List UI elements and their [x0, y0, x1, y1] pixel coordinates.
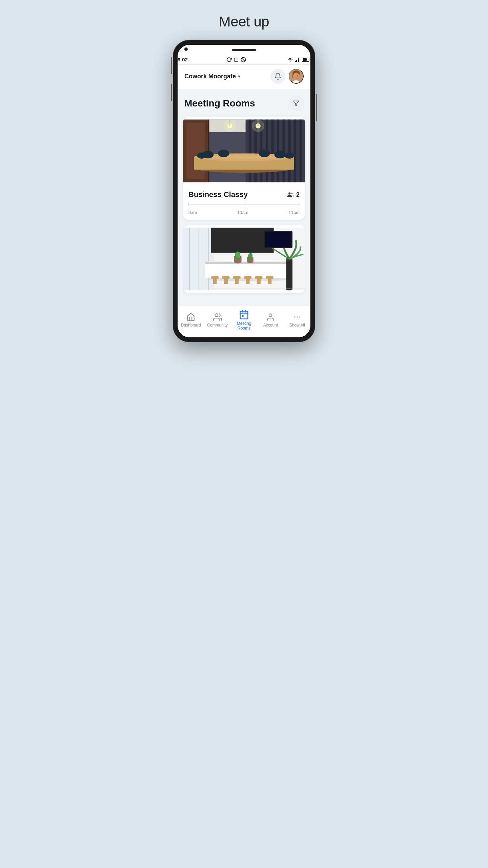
location-name: Cowork Moorgate	[184, 73, 236, 80]
svg-rect-49	[199, 228, 199, 291]
nav-label-meeting-rooms: MeetingRooms	[237, 321, 251, 331]
app-header: Cowork Moorgate ▾	[178, 65, 310, 89]
svg-rect-68	[268, 278, 271, 284]
main-content: Meeting Rooms	[178, 89, 310, 305]
calendar-icon	[239, 310, 249, 320]
svg-rect-22	[271, 120, 273, 182]
filter-button[interactable]	[289, 96, 304, 111]
notification-button[interactable]	[270, 69, 285, 84]
svg-rect-60	[244, 276, 251, 279]
room-card-2[interactable]	[183, 225, 305, 293]
svg-rect-24	[283, 120, 285, 182]
signal-icon	[295, 57, 301, 62]
sd-icon	[234, 57, 239, 62]
nav-label-dashboard: Dashboard	[181, 323, 201, 328]
phone-frame: 9:02	[173, 40, 315, 342]
svg-point-37	[285, 153, 294, 159]
chevron-down-icon: ▾	[238, 74, 240, 79]
svg-point-8	[293, 73, 299, 80]
svg-point-36	[274, 151, 286, 158]
room-info-1: Business Classy 2	[183, 185, 305, 220]
nav-label-community: Community	[207, 323, 228, 328]
svg-rect-81	[265, 232, 292, 247]
capacity-number-1: 2	[296, 191, 300, 198]
header-actions	[270, 69, 304, 84]
svg-rect-15	[208, 120, 209, 182]
person-icon	[266, 313, 275, 321]
phone-notch	[178, 45, 310, 53]
svg-rect-88	[242, 315, 244, 317]
nav-item-community[interactable]: Community	[204, 313, 230, 328]
svg-rect-58	[222, 276, 229, 279]
room-image-1	[183, 117, 305, 185]
refresh-icon	[226, 57, 232, 62]
svg-rect-26	[294, 120, 296, 182]
svg-point-83	[215, 314, 218, 317]
nav-item-meeting-rooms[interactable]: MeetingRooms	[231, 310, 257, 331]
block-icon	[241, 57, 246, 62]
user-avatar-button[interactable]	[289, 69, 304, 84]
svg-rect-18	[249, 120, 251, 182]
svg-rect-65	[235, 278, 239, 284]
nav-item-account[interactable]: Account	[257, 313, 284, 328]
svg-point-91	[297, 316, 298, 317]
svg-rect-61	[255, 276, 262, 279]
app-title: Meet up	[219, 14, 269, 30]
svg-rect-84	[240, 311, 248, 319]
nav-item-dashboard[interactable]: Dashboard	[178, 313, 204, 328]
section-title: Meeting Rooms	[184, 98, 255, 109]
svg-rect-63	[213, 278, 217, 284]
dots-icon	[293, 313, 302, 321]
time-slot-10am-1: 10am	[237, 210, 248, 215]
room-2-illustration	[183, 225, 305, 293]
svg-rect-54	[205, 262, 292, 278]
phone-screen: 9:02	[178, 45, 310, 337]
svg-point-42	[224, 120, 236, 132]
room-capacity-1: 2	[287, 191, 300, 198]
room-image-2	[183, 225, 305, 293]
nav-label-show-all: Show All	[289, 323, 305, 328]
battery-icon	[302, 58, 310, 62]
svg-rect-64	[224, 278, 228, 284]
svg-rect-67	[257, 278, 261, 284]
svg-rect-50	[208, 228, 209, 291]
svg-point-9	[294, 76, 296, 77]
svg-point-44	[288, 192, 290, 194]
svg-rect-66	[246, 278, 250, 284]
status-bar: 9:02	[178, 53, 310, 64]
svg-marker-11	[293, 101, 299, 106]
svg-point-33	[218, 150, 229, 157]
room-1-illustration	[183, 117, 305, 185]
status-icons	[226, 57, 248, 62]
time-slot-11am-1: 11am	[288, 210, 300, 215]
room-name-1: Business Classy	[188, 190, 248, 199]
location-selector[interactable]: Cowork Moorgate ▾	[184, 73, 240, 80]
status-time: 9:02	[178, 57, 188, 62]
svg-point-90	[294, 316, 295, 317]
svg-point-45	[291, 193, 292, 194]
svg-point-89	[269, 314, 272, 317]
time-slots-1: 9am 10am 11am	[188, 207, 300, 216]
nav-item-show-all[interactable]: Show All	[284, 313, 310, 328]
svg-rect-57	[211, 276, 219, 279]
bell-icon	[274, 73, 282, 80]
wifi-icon	[287, 57, 293, 62]
avatar-image	[289, 69, 303, 84]
bottom-navigation: Dashboard Community	[178, 305, 310, 337]
svg-point-43	[252, 120, 264, 132]
svg-rect-25	[288, 120, 290, 182]
svg-point-92	[299, 316, 300, 317]
time-slot-9am-1: 9am	[188, 210, 197, 215]
svg-point-31	[203, 155, 285, 159]
people-icon-1	[287, 192, 294, 197]
svg-rect-59	[233, 276, 241, 279]
section-header: Meeting Rooms	[183, 96, 305, 111]
status-right-icons	[287, 57, 311, 62]
svg-rect-47	[183, 228, 214, 291]
svg-rect-78	[286, 259, 292, 290]
svg-rect-62	[266, 276, 273, 279]
room-card-1[interactable]: Business Classy 2	[183, 117, 305, 220]
svg-point-10	[297, 76, 298, 77]
room-name-row-1: Business Classy 2	[188, 190, 300, 199]
svg-point-35	[259, 150, 270, 157]
